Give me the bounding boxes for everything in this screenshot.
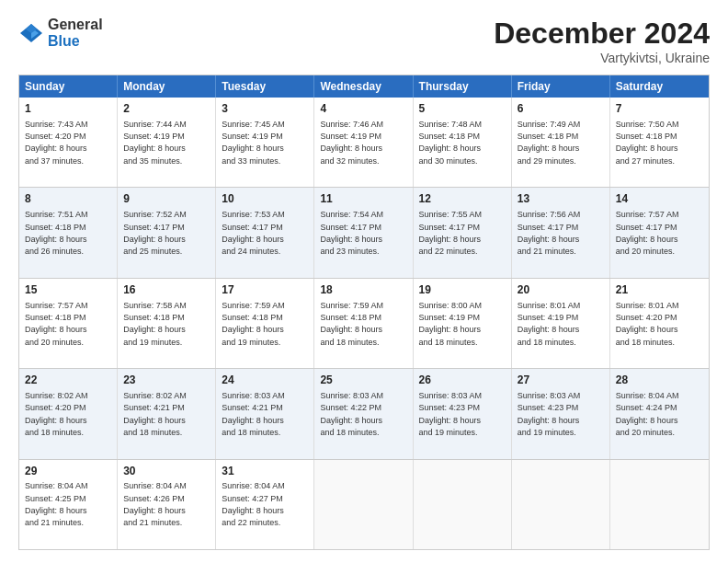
- day-number: 5: [419, 101, 506, 117]
- header-sunday: Sunday: [19, 75, 118, 98]
- header-monday: Monday: [118, 75, 216, 98]
- cal-cell-4-5: 26Sunrise: 8:03 AM Sunset: 4:23 PM Dayli…: [414, 369, 512, 458]
- logo-icon: [18, 20, 44, 46]
- cal-cell-4-4: 25Sunrise: 8:03 AM Sunset: 4:22 PM Dayli…: [314, 369, 413, 458]
- header-tuesday: Tuesday: [216, 75, 314, 98]
- cal-cell-2-1: 8Sunrise: 7:51 AM Sunset: 4:18 PM Daylig…: [19, 188, 118, 277]
- cell-data: Sunrise: 7:53 AM Sunset: 4:17 PM Dayligh…: [222, 210, 285, 256]
- header-thursday: Thursday: [414, 75, 512, 98]
- cal-cell-5-7: [610, 460, 709, 549]
- title-block: December 2024 Vartykivtsi, Ukraine: [494, 17, 710, 65]
- location-subtitle: Vartykivtsi, Ukraine: [494, 51, 710, 65]
- cell-data: Sunrise: 7:46 AM Sunset: 4:19 PM Dayligh…: [320, 120, 383, 166]
- cal-cell-4-2: 23Sunrise: 8:02 AM Sunset: 4:21 PM Dayli…: [118, 369, 216, 458]
- cal-cell-3-1: 15Sunrise: 7:57 AM Sunset: 4:18 PM Dayli…: [19, 279, 118, 368]
- cal-cell-3-2: 16Sunrise: 7:58 AM Sunset: 4:18 PM Dayli…: [118, 279, 216, 368]
- day-number: 2: [123, 101, 210, 117]
- cell-data: Sunrise: 8:04 AM Sunset: 4:25 PM Dayligh…: [25, 481, 88, 527]
- day-number: 28: [616, 373, 703, 388]
- logo-general: General: [48, 17, 103, 33]
- page-header: General Blue December 2024 Vartykivtsi, …: [18, 17, 710, 65]
- day-number: 14: [616, 191, 703, 207]
- cal-cell-2-5: 12Sunrise: 7:55 AM Sunset: 4:17 PM Dayli…: [414, 188, 512, 277]
- day-number: 27: [518, 373, 604, 388]
- cell-data: Sunrise: 7:54 AM Sunset: 4:17 PM Dayligh…: [320, 210, 383, 256]
- cell-data: Sunrise: 8:01 AM Sunset: 4:20 PM Dayligh…: [616, 301, 679, 347]
- cell-data: Sunrise: 8:03 AM Sunset: 4:23 PM Dayligh…: [518, 391, 581, 437]
- calendar-page: General Blue December 2024 Vartykivtsi, …: [0, 0, 728, 563]
- day-number: 22: [25, 373, 111, 388]
- calendar-row-5: 29Sunrise: 8:04 AM Sunset: 4:25 PM Dayli…: [19, 459, 709, 549]
- cal-cell-5-4: [314, 460, 413, 549]
- cell-data: Sunrise: 7:48 AM Sunset: 4:18 PM Dayligh…: [419, 120, 483, 166]
- day-number: 24: [222, 373, 308, 388]
- calendar-body: 1Sunrise: 7:43 AM Sunset: 4:20 PM Daylig…: [19, 98, 709, 549]
- cal-cell-5-6: [512, 460, 610, 549]
- header-wednesday: Wednesday: [314, 75, 413, 98]
- header-friday: Friday: [512, 75, 610, 98]
- cal-cell-1-1: 1Sunrise: 7:43 AM Sunset: 4:20 PM Daylig…: [19, 98, 118, 187]
- day-number: 8: [25, 191, 111, 207]
- cell-data: Sunrise: 7:59 AM Sunset: 4:18 PM Dayligh…: [320, 301, 383, 347]
- cell-data: Sunrise: 7:51 AM Sunset: 4:18 PM Dayligh…: [25, 210, 88, 256]
- cal-cell-4-6: 27Sunrise: 8:03 AM Sunset: 4:23 PM Dayli…: [512, 369, 610, 458]
- cal-cell-4-1: 22Sunrise: 8:02 AM Sunset: 4:20 PM Dayli…: [19, 369, 118, 458]
- cell-data: Sunrise: 7:49 AM Sunset: 4:18 PM Dayligh…: [518, 120, 581, 166]
- cal-cell-5-5: [414, 460, 512, 549]
- day-number: 16: [123, 282, 210, 298]
- cell-data: Sunrise: 8:02 AM Sunset: 4:20 PM Dayligh…: [25, 391, 88, 437]
- day-number: 15: [25, 282, 111, 298]
- calendar: Sunday Monday Tuesday Wednesday Thursday…: [18, 75, 710, 550]
- day-number: 6: [518, 101, 604, 117]
- day-number: 31: [222, 464, 308, 479]
- day-number: 10: [222, 191, 308, 207]
- cell-data: Sunrise: 7:55 AM Sunset: 4:17 PM Dayligh…: [419, 210, 483, 256]
- calendar-row-1: 1Sunrise: 7:43 AM Sunset: 4:20 PM Daylig…: [19, 98, 709, 187]
- cell-data: Sunrise: 8:04 AM Sunset: 4:26 PM Dayligh…: [123, 481, 187, 527]
- cell-data: Sunrise: 7:57 AM Sunset: 4:18 PM Dayligh…: [25, 301, 88, 347]
- cell-data: Sunrise: 8:01 AM Sunset: 4:19 PM Dayligh…: [518, 301, 581, 347]
- day-number: 17: [222, 282, 308, 298]
- day-number: 18: [320, 282, 406, 298]
- cell-data: Sunrise: 7:50 AM Sunset: 4:18 PM Dayligh…: [616, 120, 679, 166]
- logo: General Blue: [18, 17, 103, 49]
- cell-data: Sunrise: 8:04 AM Sunset: 4:24 PM Dayligh…: [616, 391, 679, 437]
- cell-data: Sunrise: 7:56 AM Sunset: 4:17 PM Dayligh…: [518, 210, 581, 256]
- cell-data: Sunrise: 7:57 AM Sunset: 4:17 PM Dayligh…: [616, 210, 679, 256]
- cal-cell-3-4: 18Sunrise: 7:59 AM Sunset: 4:18 PM Dayli…: [314, 279, 413, 368]
- cell-data: Sunrise: 8:00 AM Sunset: 4:19 PM Dayligh…: [419, 301, 483, 347]
- day-number: 30: [123, 464, 210, 479]
- cell-data: Sunrise: 7:58 AM Sunset: 4:18 PM Dayligh…: [123, 301, 187, 347]
- day-number: 21: [616, 282, 703, 298]
- cell-data: Sunrise: 8:03 AM Sunset: 4:22 PM Dayligh…: [320, 391, 383, 437]
- cal-cell-1-7: 7Sunrise: 7:50 AM Sunset: 4:18 PM Daylig…: [610, 98, 709, 187]
- calendar-row-4: 22Sunrise: 8:02 AM Sunset: 4:20 PM Dayli…: [19, 368, 709, 458]
- cal-cell-5-2: 30Sunrise: 8:04 AM Sunset: 4:26 PM Dayli…: [118, 460, 216, 549]
- cal-cell-3-6: 20Sunrise: 8:01 AM Sunset: 4:19 PM Dayli…: [512, 279, 610, 368]
- cell-data: Sunrise: 8:03 AM Sunset: 4:23 PM Dayligh…: [419, 391, 483, 437]
- cal-cell-2-3: 10Sunrise: 7:53 AM Sunset: 4:17 PM Dayli…: [216, 188, 314, 277]
- cal-cell-2-4: 11Sunrise: 7:54 AM Sunset: 4:17 PM Dayli…: [314, 188, 413, 277]
- cal-cell-4-3: 24Sunrise: 8:03 AM Sunset: 4:21 PM Dayli…: [216, 369, 314, 458]
- cal-cell-1-6: 6Sunrise: 7:49 AM Sunset: 4:18 PM Daylig…: [512, 98, 610, 187]
- calendar-header: Sunday Monday Tuesday Wednesday Thursday…: [19, 75, 709, 98]
- cal-cell-4-7: 28Sunrise: 8:04 AM Sunset: 4:24 PM Dayli…: [610, 369, 709, 458]
- day-number: 23: [123, 373, 210, 388]
- cell-data: Sunrise: 7:45 AM Sunset: 4:19 PM Dayligh…: [222, 120, 285, 166]
- cell-data: Sunrise: 8:03 AM Sunset: 4:21 PM Dayligh…: [222, 391, 285, 437]
- cal-cell-5-1: 29Sunrise: 8:04 AM Sunset: 4:25 PM Dayli…: [19, 460, 118, 549]
- day-number: 7: [616, 101, 703, 117]
- cal-cell-1-3: 3Sunrise: 7:45 AM Sunset: 4:19 PM Daylig…: [216, 98, 314, 187]
- day-number: 9: [123, 191, 210, 207]
- header-saturday: Saturday: [610, 75, 709, 98]
- logo-text: General Blue: [48, 17, 103, 49]
- month-title: December 2024: [494, 17, 710, 51]
- cal-cell-1-2: 2Sunrise: 7:44 AM Sunset: 4:19 PM Daylig…: [118, 98, 216, 187]
- cal-cell-3-7: 21Sunrise: 8:01 AM Sunset: 4:20 PM Dayli…: [610, 279, 709, 368]
- cell-data: Sunrise: 8:04 AM Sunset: 4:27 PM Dayligh…: [222, 481, 285, 527]
- cal-cell-2-6: 13Sunrise: 7:56 AM Sunset: 4:17 PM Dayli…: [512, 188, 610, 277]
- cal-cell-1-4: 4Sunrise: 7:46 AM Sunset: 4:19 PM Daylig…: [314, 98, 413, 187]
- cell-data: Sunrise: 7:52 AM Sunset: 4:17 PM Dayligh…: [123, 210, 187, 256]
- day-number: 11: [320, 191, 406, 207]
- day-number: 13: [518, 191, 604, 207]
